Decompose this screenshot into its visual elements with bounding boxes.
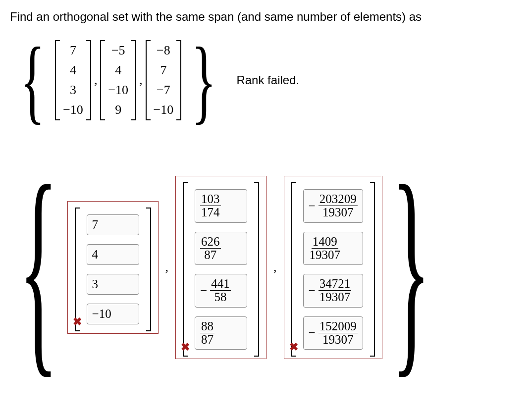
v3-e4: −10	[154, 103, 174, 117]
answer-input[interactable]: 4	[87, 244, 139, 265]
v2-e2: 4	[108, 63, 128, 78]
vector-1: 7 4 3 −10	[55, 40, 91, 120]
incorrect-icon: ✖	[73, 315, 82, 328]
comma: ,	[94, 73, 98, 88]
left-brace-icon: {	[19, 151, 58, 384]
v3-e1: −8	[154, 43, 174, 58]
question-prompt: Find an orthogonal set with the same spa…	[10, 9, 522, 24]
comma: ,	[139, 73, 143, 88]
answer-vector-2: 103174 62687 −44158 8887 ✖	[175, 176, 266, 359]
incorrect-icon: ✖	[289, 341, 298, 354]
vector-3: −8 7 −7 −10	[146, 40, 182, 120]
answer-input[interactable]: −44158	[195, 274, 247, 308]
answer-vector-1: 7 4 3 −10 ✖	[67, 201, 159, 334]
answer-input[interactable]: 8887	[195, 316, 247, 350]
v3-e3: −7	[154, 83, 174, 98]
feedback-text: Rank failed.	[236, 73, 299, 87]
answer-input[interactable]: −3472119307	[303, 274, 363, 308]
right-brace-icon: }	[192, 33, 216, 127]
answer-input[interactable]: 3	[87, 274, 139, 295]
answer-input[interactable]: 62687	[195, 232, 247, 265]
given-set: { 7 4 3 −10 , −5 4 −10 9 , −8 7 −7 −10 }	[10, 33, 522, 127]
left-brace-icon: {	[20, 33, 45, 127]
v2-e3: −10	[108, 83, 128, 98]
answer-input[interactable]: 7	[87, 214, 139, 235]
right-brace-icon: }	[391, 151, 430, 384]
v1-e3: 3	[63, 83, 83, 98]
incorrect-icon: ✖	[181, 341, 190, 354]
comma: ,	[165, 260, 169, 275]
vector-2: −5 4 −10 9	[100, 40, 136, 120]
answer-input[interactable]: 103174	[195, 189, 247, 223]
v2-e4: 9	[108, 103, 128, 117]
answer-input[interactable]: −15200919307	[303, 316, 363, 350]
v3-e2: 7	[154, 63, 174, 78]
answer-vector-3: −20320919307 140919307 −3472119307 −1520…	[284, 176, 382, 359]
answer-input[interactable]: −10	[87, 304, 139, 324]
answer-input[interactable]: 140919307	[303, 232, 363, 265]
comma: ,	[273, 260, 277, 275]
answer-input[interactable]: −20320919307	[303, 189, 363, 223]
v1-e1: 7	[63, 43, 83, 58]
answer-set: { 7 4 3 −10 ✖ , 103174 62687 −44158 8887	[10, 151, 522, 384]
v2-e1: −5	[108, 43, 128, 58]
v1-e2: 4	[63, 63, 83, 78]
v1-e4: −10	[63, 103, 83, 117]
